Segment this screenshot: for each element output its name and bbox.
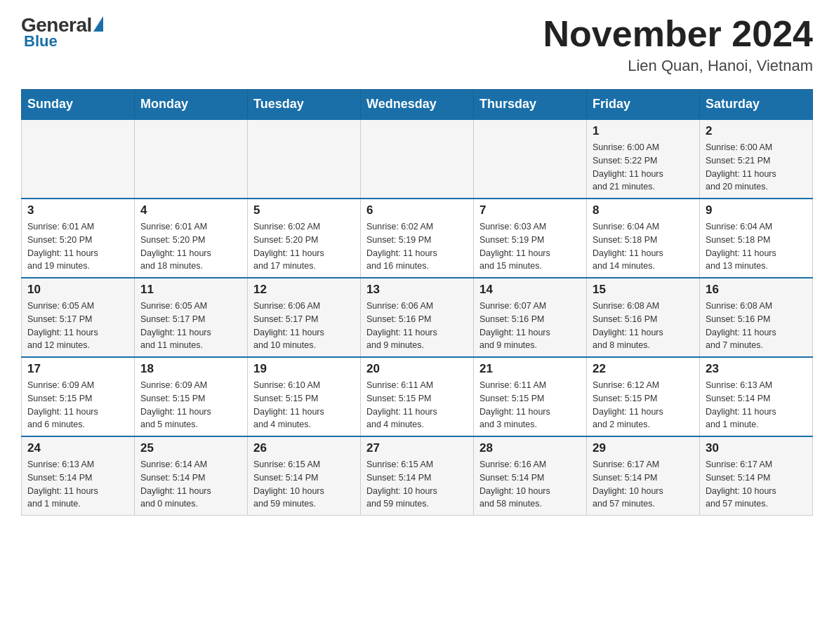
- day-number: 13: [366, 283, 468, 297]
- calendar-cell: 25Sunrise: 6:14 AM Sunset: 5:14 PM Dayli…: [135, 436, 248, 516]
- day-info: Sunrise: 6:17 AM Sunset: 5:14 PM Dayligh…: [593, 458, 694, 511]
- day-info: Sunrise: 6:14 AM Sunset: 5:14 PM Dayligh…: [140, 458, 241, 511]
- day-info: Sunrise: 6:06 AM Sunset: 5:17 PM Dayligh…: [253, 300, 355, 352]
- day-number: 26: [253, 441, 355, 455]
- day-number: 6: [366, 203, 468, 217]
- calendar-cell: 18Sunrise: 6:09 AM Sunset: 5:15 PM Dayli…: [135, 357, 248, 436]
- day-info: Sunrise: 6:12 AM Sunset: 5:15 PM Dayligh…: [593, 379, 694, 431]
- calendar-cell: 21Sunrise: 6:11 AM Sunset: 5:15 PM Dayli…: [474, 357, 587, 436]
- calendar-cell: 26Sunrise: 6:15 AM Sunset: 5:14 PM Dayli…: [248, 436, 361, 516]
- calendar-cell: 5Sunrise: 6:02 AM Sunset: 5:20 PM Daylig…: [248, 199, 361, 278]
- calendar-cell: 15Sunrise: 6:08 AM Sunset: 5:16 PM Dayli…: [587, 278, 700, 357]
- location-text: Lien Quan, Hanoi, Vietnam: [543, 57, 813, 75]
- calendar-cell: 9Sunrise: 6:04 AM Sunset: 5:18 PM Daylig…: [700, 199, 813, 278]
- day-number: 8: [593, 203, 694, 217]
- day-info: Sunrise: 6:13 AM Sunset: 5:14 PM Dayligh…: [27, 458, 128, 511]
- day-number: 30: [706, 441, 807, 455]
- month-title: November 2024: [543, 14, 813, 54]
- day-info: Sunrise: 6:09 AM Sunset: 5:15 PM Dayligh…: [140, 379, 241, 431]
- calendar-cell: 30Sunrise: 6:17 AM Sunset: 5:14 PM Dayli…: [700, 436, 813, 516]
- day-info: Sunrise: 6:09 AM Sunset: 5:15 PM Dayligh…: [27, 379, 128, 431]
- day-number: 4: [140, 203, 241, 217]
- week-row-5: 24Sunrise: 6:13 AM Sunset: 5:14 PM Dayli…: [22, 436, 813, 516]
- day-info: Sunrise: 6:01 AM Sunset: 5:20 PM Dayligh…: [27, 220, 128, 273]
- calendar-cell: [135, 119, 248, 199]
- day-info: Sunrise: 6:05 AM Sunset: 5:17 PM Dayligh…: [27, 300, 128, 352]
- calendar-cell: 1Sunrise: 6:00 AM Sunset: 5:22 PM Daylig…: [587, 119, 700, 199]
- calendar-cell: 27Sunrise: 6:15 AM Sunset: 5:14 PM Dayli…: [361, 436, 474, 516]
- day-number: 3: [27, 203, 128, 217]
- day-number: 19: [253, 362, 355, 376]
- week-row-4: 17Sunrise: 6:09 AM Sunset: 5:15 PM Dayli…: [22, 357, 813, 436]
- calendar-cell: 12Sunrise: 6:06 AM Sunset: 5:17 PM Dayli…: [248, 278, 361, 357]
- day-number: 27: [366, 441, 468, 455]
- day-number: 1: [593, 124, 694, 138]
- day-info: Sunrise: 6:06 AM Sunset: 5:16 PM Dayligh…: [366, 300, 468, 352]
- logo-triangle-icon: [93, 16, 103, 32]
- day-info: Sunrise: 6:03 AM Sunset: 5:19 PM Dayligh…: [479, 220, 581, 273]
- day-info: Sunrise: 6:11 AM Sunset: 5:15 PM Dayligh…: [366, 379, 468, 431]
- calendar-cell: 19Sunrise: 6:10 AM Sunset: 5:15 PM Dayli…: [248, 357, 361, 436]
- day-info: Sunrise: 6:15 AM Sunset: 5:14 PM Dayligh…: [253, 458, 355, 511]
- calendar-cell: 20Sunrise: 6:11 AM Sunset: 5:15 PM Dayli…: [361, 357, 474, 436]
- day-info: Sunrise: 6:08 AM Sunset: 5:16 PM Dayligh…: [593, 300, 694, 352]
- day-info: Sunrise: 6:04 AM Sunset: 5:18 PM Dayligh…: [706, 220, 807, 273]
- calendar-cell: [474, 119, 587, 199]
- calendar-cell: 14Sunrise: 6:07 AM Sunset: 5:16 PM Dayli…: [474, 278, 587, 357]
- day-info: Sunrise: 6:04 AM Sunset: 5:18 PM Dayligh…: [593, 220, 694, 273]
- week-row-2: 3Sunrise: 6:01 AM Sunset: 5:20 PM Daylig…: [22, 199, 813, 278]
- weekday-header-tuesday: Tuesday: [248, 90, 361, 120]
- calendar-cell: 2Sunrise: 6:00 AM Sunset: 5:21 PM Daylig…: [700, 119, 813, 199]
- page-header: General Blue November 2024 Lien Quan, Ha…: [21, 14, 813, 75]
- calendar-cell: [361, 119, 474, 199]
- calendar-cell: 13Sunrise: 6:06 AM Sunset: 5:16 PM Dayli…: [361, 278, 474, 357]
- calendar-cell: 3Sunrise: 6:01 AM Sunset: 5:20 PM Daylig…: [22, 199, 135, 278]
- calendar-table: SundayMondayTuesdayWednesdayThursdayFrid…: [21, 89, 813, 516]
- day-info: Sunrise: 6:05 AM Sunset: 5:17 PM Dayligh…: [140, 300, 241, 352]
- day-number: 9: [706, 203, 807, 217]
- day-number: 14: [479, 283, 581, 297]
- day-info: Sunrise: 6:13 AM Sunset: 5:14 PM Dayligh…: [706, 379, 807, 431]
- day-info: Sunrise: 6:02 AM Sunset: 5:20 PM Dayligh…: [253, 220, 355, 273]
- day-number: 2: [706, 124, 807, 138]
- day-info: Sunrise: 6:02 AM Sunset: 5:19 PM Dayligh…: [366, 220, 468, 273]
- day-number: 17: [27, 362, 128, 376]
- day-info: Sunrise: 6:17 AM Sunset: 5:14 PM Dayligh…: [706, 458, 807, 511]
- weekday-header-sunday: Sunday: [22, 90, 135, 120]
- day-number: 18: [140, 362, 241, 376]
- day-number: 22: [593, 362, 694, 376]
- day-info: Sunrise: 6:00 AM Sunset: 5:21 PM Dayligh…: [706, 141, 807, 194]
- calendar-cell: 29Sunrise: 6:17 AM Sunset: 5:14 PM Dayli…: [587, 436, 700, 516]
- calendar-cell: 23Sunrise: 6:13 AM Sunset: 5:14 PM Dayli…: [700, 357, 813, 436]
- day-info: Sunrise: 6:07 AM Sunset: 5:16 PM Dayligh…: [479, 300, 581, 352]
- calendar-cell: 7Sunrise: 6:03 AM Sunset: 5:19 PM Daylig…: [474, 199, 587, 278]
- day-number: 29: [593, 441, 694, 455]
- day-number: 11: [140, 283, 241, 297]
- day-number: 25: [140, 441, 241, 455]
- weekday-header-monday: Monday: [135, 90, 248, 120]
- week-row-3: 10Sunrise: 6:05 AM Sunset: 5:17 PM Dayli…: [22, 278, 813, 357]
- day-number: 21: [479, 362, 581, 376]
- weekday-header-saturday: Saturday: [700, 90, 813, 120]
- logo-blue-text: Blue: [24, 32, 58, 51]
- calendar-cell: 22Sunrise: 6:12 AM Sunset: 5:15 PM Dayli…: [587, 357, 700, 436]
- day-number: 7: [479, 203, 581, 217]
- calendar-cell: 28Sunrise: 6:16 AM Sunset: 5:14 PM Dayli…: [474, 436, 587, 516]
- day-info: Sunrise: 6:00 AM Sunset: 5:22 PM Dayligh…: [593, 141, 694, 194]
- calendar-cell: 10Sunrise: 6:05 AM Sunset: 5:17 PM Dayli…: [22, 278, 135, 357]
- calendar-cell: [248, 119, 361, 199]
- weekday-header-thursday: Thursday: [474, 90, 587, 120]
- day-info: Sunrise: 6:16 AM Sunset: 5:14 PM Dayligh…: [479, 458, 581, 511]
- day-info: Sunrise: 6:15 AM Sunset: 5:14 PM Dayligh…: [366, 458, 468, 511]
- day-number: 12: [253, 283, 355, 297]
- day-number: 5: [253, 203, 355, 217]
- day-number: 20: [366, 362, 468, 376]
- day-info: Sunrise: 6:11 AM Sunset: 5:15 PM Dayligh…: [479, 379, 581, 431]
- calendar-cell: 24Sunrise: 6:13 AM Sunset: 5:14 PM Dayli…: [22, 436, 135, 516]
- week-row-1: 1Sunrise: 6:00 AM Sunset: 5:22 PM Daylig…: [22, 119, 813, 199]
- calendar-cell: 11Sunrise: 6:05 AM Sunset: 5:17 PM Dayli…: [135, 278, 248, 357]
- calendar-cell: 17Sunrise: 6:09 AM Sunset: 5:15 PM Dayli…: [22, 357, 135, 436]
- day-info: Sunrise: 6:01 AM Sunset: 5:20 PM Dayligh…: [140, 220, 241, 273]
- calendar-cell: 8Sunrise: 6:04 AM Sunset: 5:18 PM Daylig…: [587, 199, 700, 278]
- day-number: 28: [479, 441, 581, 455]
